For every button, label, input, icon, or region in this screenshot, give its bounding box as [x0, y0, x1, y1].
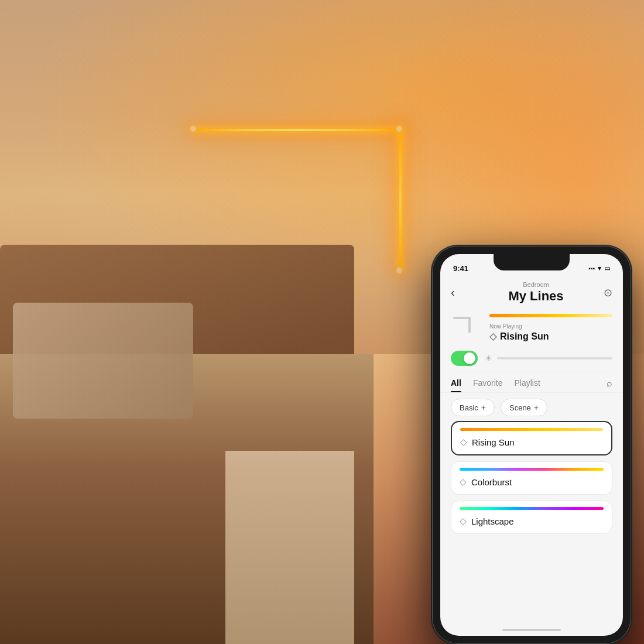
now-playing-label: Now Playing: [489, 323, 612, 330]
connector-dot: [190, 126, 196, 132]
now-playing-name: ◇ Rising Sun: [489, 331, 612, 342]
nanoleaf-line-horizontal: [193, 129, 399, 131]
phone-device: 9:41 ▪▪▪ ▾ ▭ ‹ Bedroom My Lines ⊙: [432, 246, 631, 644]
connector-dot: [396, 268, 402, 273]
scene-drop-icon: ◇: [460, 477, 467, 487]
drop-icon: ◇: [489, 331, 496, 342]
scene-name-colorburst: Colorburst: [471, 477, 512, 487]
home-indicator: [440, 624, 623, 636]
scene-drop-icon: ◇: [460, 437, 467, 447]
status-icons: ▪▪▪ ▾ ▭: [588, 265, 610, 272]
scene-name-row: ◇ Colorburst: [460, 477, 604, 487]
preview-section: Now Playing ◇ Rising Sun: [440, 309, 623, 347]
scene-name-row: ◇ Lightscape: [460, 516, 604, 526]
now-playing-block: Now Playing ◇ Rising Sun: [489, 314, 612, 342]
scene-category-button[interactable]: Scene +: [501, 399, 547, 416]
device-name: My Lines: [468, 289, 604, 304]
phone-screen: 9:41 ▪▪▪ ▾ ▭ ‹ Bedroom My Lines ⊙: [440, 254, 623, 636]
settings-button[interactable]: ⊙: [604, 286, 612, 299]
phone-notch: [494, 254, 570, 270]
connector-dot: [396, 126, 402, 132]
scene-name-row: ◇ Rising Sun: [460, 437, 603, 447]
home-bar: [502, 629, 561, 631]
header-center: Bedroom My Lines: [468, 281, 604, 304]
scene-plus-icon: +: [534, 403, 539, 412]
scene-card-rising-sun[interactable]: ◇ Rising Sun: [451, 421, 612, 455]
brightness-fill: [497, 357, 537, 359]
light-preview-svg: [451, 312, 482, 344]
app-header: ‹ Bedroom My Lines ⊙: [440, 279, 623, 309]
battery-icon: ▭: [604, 265, 610, 272]
category-section: Basic + Scene +: [440, 393, 623, 421]
controls-section: ☀: [440, 347, 623, 372]
scene-card-colorburst[interactable]: ◇ Colorburst: [451, 461, 612, 495]
toggle-knob: [464, 352, 475, 364]
scenes-list: ◇ Rising Sun ◇ Colorburst ◇ Lightsca: [440, 421, 623, 624]
scene-color-bar-lightscape: [460, 507, 604, 510]
scene-color-bar-rising: [460, 428, 603, 431]
brightness-slider[interactable]: [497, 357, 612, 359]
basic-category-button[interactable]: Basic +: [451, 399, 495, 416]
scene-name-lightscape: Lightscape: [471, 516, 514, 526]
svg-rect-1: [468, 317, 471, 333]
tab-favorite[interactable]: Favorite: [473, 375, 503, 392]
search-icon[interactable]: ⌕: [607, 378, 612, 389]
basic-plus-icon: +: [481, 403, 486, 412]
brightness-icon: ☀: [485, 354, 492, 363]
color-bar-preview: [489, 314, 612, 317]
svg-rect-0: [453, 317, 471, 319]
back-button[interactable]: ‹: [451, 286, 468, 299]
tab-playlist[interactable]: Playlist: [514, 375, 540, 392]
tabs-section: All Favorite Playlist ⌕: [440, 372, 623, 393]
scene-name-rising: Rising Sun: [472, 437, 515, 447]
scene-color-bar-colorburst: [460, 468, 604, 471]
power-toggle[interactable]: [451, 351, 478, 366]
nightstand: [225, 451, 354, 644]
wifi-icon: ▾: [598, 265, 601, 272]
tab-all[interactable]: All: [451, 375, 461, 392]
phone-frame: 9:41 ▪▪▪ ▾ ▭ ‹ Bedroom My Lines ⊙: [432, 246, 631, 644]
pillow: [13, 303, 193, 419]
signal-icon: ▪▪▪: [588, 265, 595, 272]
scene-card-lightscape[interactable]: ◇ Lightscape: [451, 501, 612, 534]
brightness-section: ☀: [485, 354, 612, 363]
room-label: Bedroom: [468, 281, 604, 288]
nanoleaf-line-vertical: [399, 129, 402, 270]
status-time: 9:41: [453, 264, 468, 273]
scene-drop-icon: ◇: [460, 516, 467, 526]
